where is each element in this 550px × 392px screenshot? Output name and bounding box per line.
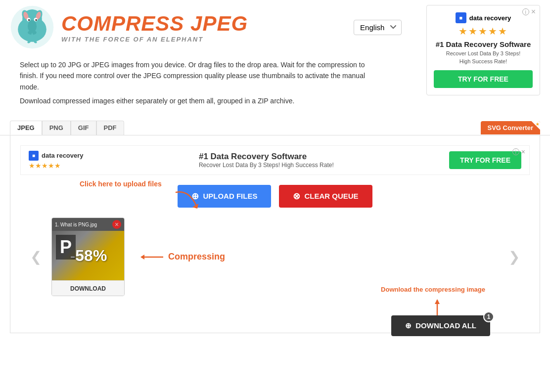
logo-elephant (10, 5, 54, 49)
tab-gif[interactable]: GIF (71, 121, 96, 135)
download-all-button[interactable]: ⊕ DOWNLOAD ALL 1 (391, 315, 490, 336)
inner-ad-banner: ■ data recovery ★★★★★ #1 Data Recovery S… (20, 145, 530, 175)
tab-jpeg[interactable]: JPEG (10, 121, 42, 135)
compressing-label: Compressing (168, 252, 225, 262)
inner-ad-close-icon[interactable]: × (521, 148, 525, 156)
svg-marker-17 (435, 299, 440, 304)
svg-point-9 (28, 19, 30, 21)
logo-text: COMPRESS JPEG WITH THE FORCE OF AN ELEPH… (61, 12, 248, 43)
click-here-label: Click here to upload files (80, 180, 162, 188)
description-line2: Download compressed images either separa… (20, 95, 376, 106)
ad-stars: ★★★★★ (434, 25, 533, 37)
upload-button-label: UPLOAD FILES (203, 192, 257, 200)
right-ad-panel: i × ■ data recovery ★★★★★ #1 Data Recove… (426, 5, 540, 95)
inner-ad-title: #1 Data Recovery Software (199, 152, 334, 162)
inner-ad-logo-group: ■ data recovery ★★★★★ (29, 151, 84, 170)
svg-converter-button[interactable]: SVG Converter ★ (481, 121, 540, 134)
inner-ad-logo-name: data recovery (42, 152, 84, 159)
main-content-area: ■ data recovery ★★★★★ #1 Data Recovery S… (10, 135, 540, 333)
tab-group: JPEG PNG GIF PDF (10, 121, 124, 135)
ad-info-bar: i × (522, 7, 536, 16)
svg-point-10 (35, 19, 37, 21)
ad-try-free-button[interactable]: TRY FOR FREE (434, 70, 533, 88)
download-count-badge: 1 (483, 311, 494, 322)
tab-png[interactable]: PNG (42, 121, 71, 135)
ad-title: #1 Data Recovery Software (434, 40, 533, 48)
ad-info-icon: i (522, 8, 529, 15)
upload-section: Click here to upload files ⊕ UPLOAD FILE… (20, 185, 530, 208)
tab-pdf[interactable]: PDF (96, 121, 124, 135)
files-carousel: ❮ 1. What is PNG.jpg × P -58% DOWNLOAD (20, 218, 530, 297)
file-card-preview: P -58% (52, 231, 125, 280)
file-card-header: 1. What is PNG.jpg × (52, 218, 124, 231)
tabs-bar: JPEG PNG GIF PDF SVG Converter ★ (0, 117, 550, 135)
download-all-label-text: DOWNLOAD ALL (415, 321, 476, 330)
download-all-label: Download the compressing image (381, 286, 485, 293)
inner-ad-logo-icon: ■ (29, 151, 39, 161)
svg-marker-15 (140, 255, 144, 260)
ad-desc1: Recover Lost Data By 3 Steps! (434, 50, 533, 56)
file-card: 1. What is PNG.jpg × P -58% DOWNLOAD (51, 218, 125, 296)
description-line1: Select up to 20 JPG or JPEG images from … (20, 59, 376, 92)
ad-logo-name: data recovery (469, 14, 511, 22)
button-row: ⊕ UPLOAD FILES ⊗ CLEAR QUEUE (20, 185, 530, 208)
file-download-link[interactable]: DOWNLOAD (70, 285, 106, 292)
clear-icon: ⊗ (293, 191, 300, 202)
compressing-section: Compressing (139, 251, 225, 263)
inner-ad-info: #1 Data Recovery Software Recover Lost D… (199, 152, 334, 169)
upload-arrow (174, 190, 203, 212)
carousel-prev-button[interactable]: ❮ (25, 244, 46, 270)
file-card-footer: DOWNLOAD (52, 280, 124, 296)
preview-background: P -58% (52, 231, 125, 280)
language-select[interactable]: English French Spanish (354, 20, 402, 35)
logo-subtitle: WITH THE FORCE OF AN ELEPHANT (61, 36, 248, 43)
file-name: 1. What is PNG.jpg (55, 222, 97, 227)
inner-ad-info-icon: i (512, 148, 519, 155)
ad-logo-icon: ■ (456, 12, 466, 23)
ad-logo-row: ■ data recovery (434, 12, 533, 23)
preview-letter: P (56, 235, 76, 260)
download-all-icon: ⊕ (405, 321, 412, 330)
logo-title: COMPRESS JPEG (61, 12, 248, 36)
carousel-next-button[interactable]: ❯ (504, 244, 525, 270)
ad-desc2: High Success Rate! (434, 58, 533, 64)
inner-ad-stars: ★★★★★ (29, 162, 84, 170)
compressing-arrow (139, 251, 164, 263)
svg-corner-star: ★ (536, 122, 539, 127)
download-all-section: Download the compressing image ⊕ DOWNLOA… (391, 315, 490, 336)
inner-ad-description: Recover Lost Data By 3 Steps! High Succe… (199, 162, 334, 169)
file-card-close-button[interactable]: × (112, 220, 121, 229)
inner-ad-close[interactable]: i × (512, 148, 525, 156)
inner-ad-logo: ■ data recovery (29, 151, 84, 161)
ad-close-icon[interactable]: × (531, 7, 536, 16)
description-text: Select up to 20 JPG or JPEG images from … (10, 54, 386, 112)
clear-queue-button[interactable]: ⊗ CLEAR QUEUE (279, 185, 372, 208)
inner-try-free-button[interactable]: TRY FOR FREE (449, 151, 521, 169)
clear-button-label: CLEAR QUEUE (304, 192, 358, 200)
inner-ad-left: ■ data recovery ★★★★★ (29, 151, 84, 170)
